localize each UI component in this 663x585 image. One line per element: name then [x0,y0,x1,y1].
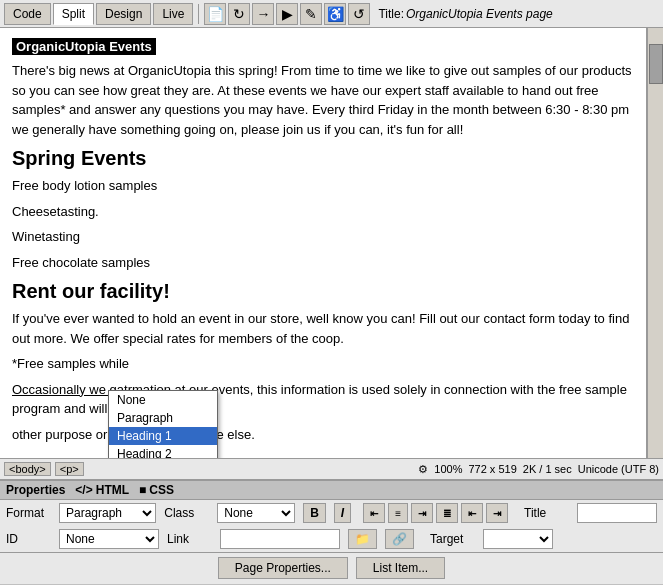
separator-1 [198,4,199,24]
id-label: ID [6,532,51,546]
item-cheese: Cheesetasting. [12,202,634,222]
refresh-icon[interactable]: ↻ [228,3,250,25]
scrollbar-thumb[interactable] [649,44,663,84]
editor-content[interactable]: OrganicUtopia Events There's big news at… [0,28,647,458]
toolbar-icons: 📄 ↻ → ▶ ✎ ♿ ↺ [204,3,370,25]
align-justify-btn[interactable]: ≣ [436,503,458,523]
indent-right-btn[interactable]: ⇥ [486,503,508,523]
dimensions: 772 x 519 [468,463,516,475]
html-label: HTML [96,483,129,497]
accessibility-icon[interactable]: ♿ [324,3,346,25]
class-select[interactable]: None [217,503,295,523]
format-option-h1[interactable]: Heading 1 [109,427,217,445]
scrollbar[interactable] [647,28,663,458]
item-lotion: Free body lotion samples [12,176,634,196]
p-tag[interactable]: <p> [55,462,84,476]
arrow-icon[interactable]: → [252,3,274,25]
facility-paragraph: If you've ever wanted to hold an event i… [12,309,634,348]
browse-link-btn[interactable]: 📁 [348,529,377,549]
status-bar: <body> <p> ⚙ 100% 772 x 519 2K / 1 sec U… [0,458,663,480]
target-label: Target [430,532,475,546]
zoom-level: 100% [434,463,462,475]
format-select[interactable]: Paragraph [59,503,156,523]
css-icon: ■ [139,483,146,497]
indent-left-btn[interactable]: ⇤ [461,503,483,523]
title-value: OrganicUtopia Events page [406,7,553,21]
tab-code[interactable]: Code [4,3,51,25]
occasionally-text: Occasionally we gatrmation at our events… [12,380,634,419]
bold-button[interactable]: B [303,503,326,523]
properties-panel: Properties </> HTML ■ CSS Format Paragra… [0,480,663,584]
encoding: Unicode (UTF 8) [578,463,659,475]
item-chocolate: Free chocolate samples [12,253,634,273]
body-tag[interactable]: <body> [4,462,51,476]
list-item-button[interactable]: List Item... [356,557,445,579]
file-icon[interactable]: 📄 [204,3,226,25]
format-option-none[interactable]: None [109,391,217,409]
class-label: Class [164,506,209,520]
reload-icon[interactable]: ↺ [348,3,370,25]
target-select[interactable] [483,529,553,549]
browse-link-btn2[interactable]: 🔗 [385,529,414,549]
preview-icon[interactable]: ▶ [276,3,298,25]
format-option-paragraph[interactable]: Paragraph [109,409,217,427]
tab-live[interactable]: Live [153,3,193,25]
file-info: 2K / 1 sec [523,463,572,475]
italic-button[interactable]: I [334,503,351,523]
link-input[interactable] [220,529,340,549]
intro-paragraph: There's big news at OrganicUtopia this s… [12,61,634,139]
item-wine: Winetasting [12,227,634,247]
id-select[interactable]: None [59,529,159,549]
top-toolbar: Code Split Design Live 📄 ↻ → ▶ ✎ ♿ ↺ Tit… [0,0,663,28]
tools-icon[interactable]: ✎ [300,3,322,25]
title-label: Title: [378,7,404,21]
properties-row-1: Format Paragraph Class None B I ⇤ ≡ ⇥ ≣ … [0,500,663,526]
properties-title: Properties [6,483,65,497]
page-properties-button[interactable]: Page Properties... [218,557,348,579]
format-option-h2[interactable]: Heading 2 [109,445,217,458]
tab-html[interactable]: </> HTML [75,483,129,497]
format-dropdown[interactable]: None Paragraph Heading 1 Heading 2 Headi… [108,390,218,458]
format-label: Format [6,506,51,520]
html-icon: </> [75,483,92,497]
status-right: ⚙ 100% 772 x 519 2K / 1 sec Unicode (UTF… [418,463,659,476]
zoom-control[interactable]: ⚙ [418,463,428,476]
spring-heading: Spring Events [12,147,634,170]
tab-split[interactable]: Split [53,3,94,25]
align-center-btn[interactable]: ≡ [388,503,408,523]
align-left-btn[interactable]: ⇤ [363,503,385,523]
facility-heading: Rent our facility! [12,280,634,303]
tab-design[interactable]: Design [96,3,151,25]
tab-css[interactable]: ■ CSS [139,483,174,497]
link-label: Link [167,532,212,546]
properties-row-2: ID None Link 📁 🔗 Target [0,526,663,552]
title-label: Title [524,506,569,520]
bottom-buttons: Page Properties... List Item... [0,552,663,583]
css-label: CSS [149,483,174,497]
properties-header: Properties </> HTML ■ CSS [0,481,663,500]
editor-wrapper: OrganicUtopia Events There's big news at… [0,28,663,458]
title-input[interactable] [577,503,657,523]
align-right-btn[interactable]: ⇥ [411,503,433,523]
occasionally-end: other purpose or shared with anyone else… [12,425,634,445]
site-title: OrganicUtopia Events [12,38,156,55]
free-samples-text: *Free samples while [12,354,634,374]
